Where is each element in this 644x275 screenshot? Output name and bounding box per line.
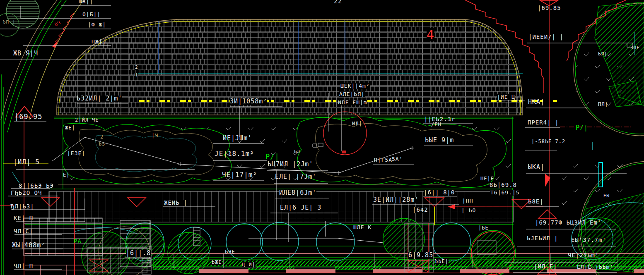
cad-canvas[interactable]: ШЖ||О|Б|||Ф Ж|ПЖ||ЪП |ОЧЖВ Я|Ч|69.95|ИЛ|… xyxy=(0,0,644,275)
site-plan-drawing xyxy=(0,0,644,275)
stair-tower xyxy=(405,223,434,272)
north-arrow xyxy=(16,106,33,117)
top-plaza-paving xyxy=(57,19,557,115)
planting-strip-hatch xyxy=(153,260,644,266)
rockery-left xyxy=(62,123,231,184)
